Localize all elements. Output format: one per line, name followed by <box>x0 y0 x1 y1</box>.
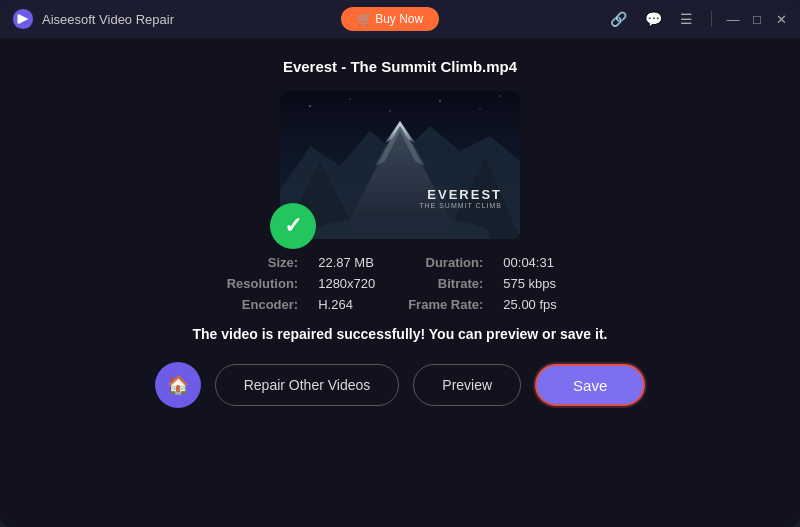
success-message: The video is repaired successfully! You … <box>193 326 608 342</box>
svg-point-5 <box>439 100 441 102</box>
link-icon[interactable]: 🔗 <box>606 9 631 29</box>
titlebar-right: 🔗 💬 ☰ — □ ✕ <box>606 9 788 29</box>
home-button[interactable]: 🏠 <box>155 362 201 408</box>
repair-other-videos-button[interactable]: Repair Other Videos <box>215 364 400 406</box>
minimize-button[interactable]: — <box>726 12 740 26</box>
app-window: Aiseesoft Video Repair 🛒 Buy Now 🔗 💬 ☰ —… <box>0 0 800 527</box>
size-label: Size: <box>227 255 299 270</box>
app-title: Aiseesoft Video Repair <box>42 12 174 27</box>
bitrate-label: Bitrate: <box>408 276 483 291</box>
svg-point-4 <box>389 110 390 111</box>
svg-point-6 <box>480 109 481 110</box>
actions-bar: 🏠 Repair Other Videos Preview Save <box>155 362 646 408</box>
video-info-grid: Size: 22.87 MB Duration: 00:04:31 Resolu… <box>227 255 574 312</box>
everest-subtitle: The Summit Climb <box>419 202 502 209</box>
encoder-value: H.264 <box>318 297 388 312</box>
success-badge <box>270 203 316 249</box>
chat-icon[interactable]: 💬 <box>641 9 666 29</box>
encoder-label: Encoder: <box>227 297 299 312</box>
mountain-scene <box>280 91 520 239</box>
duration-value: 00:04:31 <box>503 255 573 270</box>
home-icon: 🏠 <box>167 374 189 396</box>
framerate-label: Frame Rate: <box>408 297 483 312</box>
size-value: 22.87 MB <box>318 255 388 270</box>
svg-point-3 <box>349 98 350 99</box>
maximize-button[interactable]: □ <box>750 12 764 26</box>
titlebar-left: Aiseesoft Video Repair <box>12 8 174 30</box>
framerate-value: 25.00 fps <box>503 297 573 312</box>
video-filename: Everest - The Summit Climb.mp4 <box>283 58 517 75</box>
everest-title: EVEREST <box>419 187 502 202</box>
resolution-value: 1280x720 <box>318 276 388 291</box>
preview-button[interactable]: Preview <box>413 364 521 406</box>
svg-point-2 <box>309 105 311 107</box>
titlebar-center: 🛒 Buy Now <box>174 7 606 31</box>
bitrate-value: 575 kbps <box>503 276 573 291</box>
main-content: Everest - The Summit Climb.mp4 <box>0 38 800 527</box>
save-button[interactable]: Save <box>535 364 645 406</box>
everest-text-overlay: EVEREST The Summit Climb <box>419 187 502 209</box>
duration-label: Duration: <box>408 255 483 270</box>
video-thumbnail: EVEREST The Summit Climb <box>280 91 520 239</box>
svg-point-7 <box>499 95 500 96</box>
close-button[interactable]: ✕ <box>774 12 788 26</box>
menu-icon[interactable]: ☰ <box>676 9 697 29</box>
thumbnail-wrapper: EVEREST The Summit Climb <box>280 91 520 239</box>
resolution-label: Resolution: <box>227 276 299 291</box>
titlebar: Aiseesoft Video Repair 🛒 Buy Now 🔗 💬 ☰ —… <box>0 0 800 38</box>
titlebar-separator <box>711 11 712 27</box>
app-logo <box>12 8 34 30</box>
buy-now-button[interactable]: 🛒 Buy Now <box>341 7 439 31</box>
